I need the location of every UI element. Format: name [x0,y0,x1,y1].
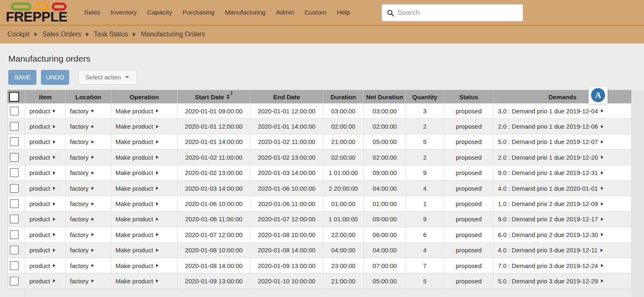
row-checkbox[interactable] [10,107,19,115]
location-link[interactable]: factory [70,278,89,285]
drilldown-caret-icon[interactable] [91,218,94,221]
drilldown-caret-icon[interactable] [156,279,159,283]
drilldown-caret-icon[interactable] [601,202,603,206]
demands-link[interactable]: 7.0 : Demand prio 3 due 2019-12-24 [498,262,598,269]
menu-item-custom[interactable]: Custom [305,9,327,16]
drilldown-caret-icon[interactable] [601,109,603,113]
column-header-net_duration[interactable]: Net Duration [363,90,406,103]
select-action-dropdown[interactable]: Select action [78,70,137,85]
location-link[interactable]: factory [70,200,89,207]
drilldown-caret-icon[interactable] [91,279,94,283]
location-link[interactable]: factory [70,154,89,161]
drilldown-caret-icon[interactable] [91,187,94,190]
location-link[interactable]: factory [70,247,89,254]
drilldown-caret-icon[interactable] [601,140,603,144]
drilldown-caret-icon[interactable] [91,125,94,128]
operation-link[interactable]: Make product [115,216,153,223]
location-link[interactable]: factory [70,185,89,192]
menu-item-manufacturing[interactable]: Manufacturing [225,9,265,16]
demands-link[interactable]: 3.0 : Demand prio 1 due 2019-12-04 [498,108,598,115]
drilldown-caret-icon[interactable] [53,156,55,159]
undo-button[interactable]: UNDO [41,70,69,85]
menu-item-purchasing[interactable]: Purchasing [183,9,215,16]
operation-link[interactable]: Make product [115,262,153,269]
demands-link[interactable]: 9.0 : Demand prio 2 due 2019-12-17 [498,216,598,223]
drilldown-caret-icon[interactable] [156,156,159,159]
row-checkbox[interactable] [10,137,19,146]
column-header-status[interactable]: Status [444,90,493,103]
operation-link[interactable]: Make product [115,231,153,238]
item-link[interactable]: product [29,247,50,254]
location-link[interactable]: factory [70,216,89,223]
menu-item-help[interactable]: Help [337,9,350,16]
item-link[interactable]: product [29,200,50,207]
drilldown-caret-icon[interactable] [601,187,603,190]
item-link[interactable]: product [29,138,50,145]
drilldown-caret-icon[interactable] [601,218,603,221]
operation-link[interactable]: Make product [115,185,153,192]
drilldown-caret-icon[interactable] [91,156,94,159]
drilldown-caret-icon[interactable] [91,202,94,206]
row-checkbox[interactable] [10,153,19,162]
drilldown-caret-icon[interactable] [91,109,94,113]
drilldown-caret-icon[interactable] [91,171,94,175]
row-checkbox[interactable] [10,277,19,285]
drilldown-caret-icon[interactable] [53,218,55,221]
menu-item-inventory[interactable]: Inventory [111,9,137,16]
operation-link[interactable]: Make product [115,247,153,254]
drilldown-caret-icon[interactable] [53,125,55,128]
drilldown-caret-icon[interactable] [601,233,603,236]
menu-item-capacity[interactable]: Capacity [147,9,172,16]
breadcrumb-item[interactable]: Cockpit [7,31,29,38]
item-link[interactable]: product [29,169,50,176]
drilldown-caret-icon[interactable] [156,264,159,267]
drilldown-caret-icon[interactable] [601,156,603,159]
drilldown-caret-icon[interactable] [156,202,159,206]
row-checkbox[interactable] [10,168,19,177]
save-button[interactable]: SAVE [8,70,36,85]
item-link[interactable]: product [29,278,50,285]
operation-link[interactable]: Make product [115,154,153,161]
drilldown-caret-icon[interactable] [601,279,603,283]
drilldown-caret-icon[interactable] [91,233,94,236]
item-link[interactable]: product [29,108,50,115]
demands-link[interactable]: 9.0 : Demand prio 1 due 2019-12-31 [498,169,598,176]
column-header-duration[interactable]: Duration [323,90,363,103]
drilldown-caret-icon[interactable] [601,249,603,252]
search-input[interactable] [397,9,518,17]
drilldown-caret-icon[interactable] [53,233,55,236]
frepple-logo[interactable]: FREPPLE [6,2,67,24]
location-link[interactable]: factory [70,108,89,115]
drilldown-caret-icon[interactable] [156,218,159,221]
item-link[interactable]: product [29,216,50,223]
drilldown-caret-icon[interactable] [156,125,159,128]
column-header-demands[interactable]: Demands [493,90,632,103]
column-header-item[interactable]: Item [25,90,65,103]
location-link[interactable]: factory [70,138,89,145]
operation-link[interactable]: Make product [115,123,153,130]
drilldown-caret-icon[interactable] [156,109,159,113]
drilldown-caret-icon[interactable] [156,233,159,236]
drilldown-caret-icon[interactable] [91,140,94,144]
location-link[interactable]: factory [70,123,89,130]
drilldown-caret-icon[interactable] [601,125,603,128]
demands-link[interactable]: 2.0 : Demand prio 1 due 2019-12-20 [498,154,598,161]
operation-link[interactable]: Make product [115,169,153,176]
drilldown-caret-icon[interactable] [601,171,603,175]
column-header-location[interactable]: Location [65,90,111,103]
row-checkbox[interactable] [10,215,19,223]
search-box[interactable] [382,4,523,22]
item-link[interactable]: product [29,123,50,130]
drilldown-caret-icon[interactable] [156,249,159,252]
drilldown-caret-icon[interactable] [53,249,55,252]
drilldown-caret-icon[interactable] [53,202,55,206]
drilldown-caret-icon[interactable] [156,187,159,190]
column-header-quantity[interactable]: Quantity [406,90,444,103]
breadcrumb-item[interactable]: Sales Orders [42,31,81,38]
demands-link[interactable]: 4.0 : Demand prio 1 due 2020-01-01 [498,185,598,192]
select-all-checkbox[interactable] [9,92,19,102]
demands-link[interactable]: 4.0 : Demand prio 3 due 2019-12-11 [498,247,598,254]
demands-link[interactable]: 5.0 : Demand prio 1 due 2019-12-07 [498,138,598,145]
location-link[interactable]: factory [70,231,89,238]
operation-link[interactable]: Make product [115,278,153,285]
